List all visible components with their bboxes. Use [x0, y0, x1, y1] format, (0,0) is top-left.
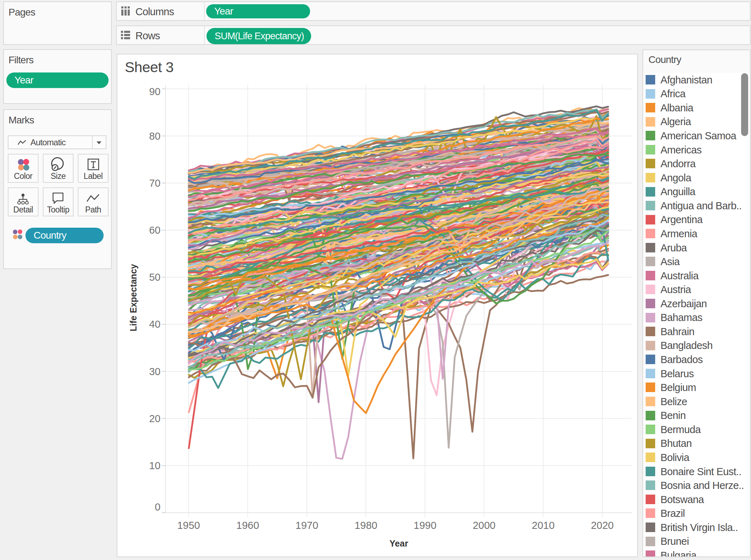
- svg-text:2000: 2000: [473, 520, 496, 531]
- svg-text:90: 90: [149, 86, 161, 97]
- svg-text:2010: 2010: [532, 520, 555, 531]
- svg-text:Life Expectancy: Life Expectancy: [128, 264, 138, 331]
- svg-text:50: 50: [149, 272, 161, 283]
- svg-text:1990: 1990: [414, 520, 437, 531]
- svg-text:1960: 1960: [236, 520, 259, 531]
- svg-text:70: 70: [149, 177, 161, 189]
- svg-text:20: 20: [149, 413, 161, 424]
- svg-text:30: 30: [149, 366, 161, 377]
- svg-text:1980: 1980: [355, 520, 378, 531]
- svg-text:2020: 2020: [591, 520, 614, 531]
- svg-text:10: 10: [149, 460, 161, 471]
- svg-text:1950: 1950: [177, 520, 200, 531]
- svg-text:Year: Year: [390, 538, 408, 548]
- svg-text:40: 40: [149, 319, 161, 330]
- svg-text:60: 60: [149, 224, 161, 236]
- svg-text:80: 80: [149, 130, 161, 142]
- svg-text:0: 0: [155, 501, 161, 513]
- svg-text:1970: 1970: [296, 520, 319, 531]
